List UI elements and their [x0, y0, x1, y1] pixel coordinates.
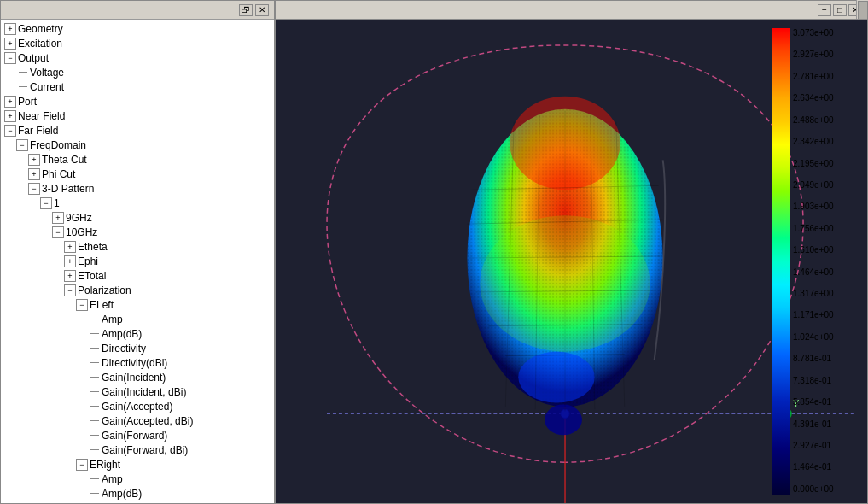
tree-expander-phicut[interactable]: [28, 168, 40, 180]
tree-item-eright[interactable]: ERight: [1, 457, 274, 472]
tree-label-gainaccepted: Gain(Accepted): [102, 401, 172, 413]
tree-expander-farfield[interactable]: [4, 125, 16, 137]
tree-item-ghz10[interactable]: 10GHz: [1, 225, 274, 239]
tree-label-pattern3d: 3-D Pattern: [42, 183, 94, 195]
panel-header: 🗗 ✕: [1, 1, 274, 20]
tree-item-gainforwarddBi[interactable]: Gain(Forward, dBi): [1, 442, 274, 457]
tree-item-gainincidentdBi[interactable]: Gain(Incident, dBi): [1, 384, 274, 399]
tree-label-ghz9: 9GHz: [66, 212, 92, 224]
tree-item-excitation[interactable]: Excitation: [1, 36, 274, 50]
tree-label-geometry: Geometry: [18, 23, 63, 35]
tree-label-output: Output: [18, 52, 49, 64]
colorbar-label-4: 2.488e+00: [793, 115, 834, 126]
tree-item-polarization[interactable]: Polarization: [1, 283, 274, 297]
tree-label-voltage: Voltage: [30, 67, 64, 79]
leaf-line: [90, 377, 99, 378]
tree-expander-geometry[interactable]: [4, 23, 16, 35]
tree-label-nearfield: Near Field: [18, 110, 65, 122]
tree-item-farfield[interactable]: Far Field: [1, 123, 274, 138]
leaf-line: [90, 406, 99, 407]
tree-item-directivitydBi[interactable]: Directivity(dBi): [1, 355, 274, 370]
tree-expander-pattern3d[interactable]: [28, 183, 40, 195]
tree-label-gainincident: Gain(Incident): [102, 372, 166, 384]
tree-expander-polarization[interactable]: [64, 284, 76, 296]
colorbar-label-8: 1.903e+00: [793, 202, 834, 212]
colorbar-label-15: 8.781e-01: [793, 354, 834, 364]
tree-item-phicut[interactable]: Phi Cut: [1, 167, 274, 181]
colorbar-label-13: 1.171e+00: [793, 310, 834, 320]
tree-item-geometry[interactable]: Geometry: [1, 21, 274, 36]
tree-item-ampdB2[interactable]: Amp(dB): [1, 486, 274, 501]
maximize-button[interactable]: □: [833, 4, 847, 16]
tree-item-item1[interactable]: 1: [1, 196, 274, 210]
colorbar-labels: 3.073e+002.927e+002.781e+002.634e+002.48…: [793, 28, 834, 495]
tree-label-gainforwarddBi: Gain(Forward, dBi): [102, 444, 188, 456]
tree-item-gainincident[interactable]: Gain(Incident): [1, 370, 274, 384]
tree-expander-port[interactable]: [4, 96, 16, 108]
leaf-line: [90, 319, 99, 319]
tree-leaf-dash-directivitydBi: [88, 357, 100, 369]
tree-item-port[interactable]: Port: [1, 94, 274, 108]
tree-expander-eright[interactable]: [76, 459, 88, 471]
colorbar-label-10: 1.610e+00: [793, 245, 834, 255]
tree-item-gainforward[interactable]: Gain(Forward): [1, 428, 274, 442]
tree-expander-etheta[interactable]: [64, 241, 76, 253]
tree-label-port: Port: [18, 96, 37, 108]
tree-item-ampdB[interactable]: Amp(dB): [1, 326, 274, 341]
tree-leaf-dash-current: [16, 81, 28, 93]
restore-button[interactable]: 🗗: [239, 4, 253, 16]
tree-expander-excitation[interactable]: [4, 38, 16, 50]
tree-item-output[interactable]: Output: [1, 50, 274, 65]
minimize-button[interactable]: −: [818, 4, 831, 16]
tree-item-voltage[interactable]: Voltage: [1, 65, 274, 79]
tree-expander-freqdomain[interactable]: [16, 139, 28, 151]
tree-leaf-dash-gainaccepteddBi: [88, 415, 100, 427]
tree-item-ephi[interactable]: Ephi: [1, 254, 274, 268]
colorbar-label-1: 2.927e+00: [793, 50, 834, 60]
tree-leaf-dash-gainaccepted: [88, 401, 100, 413]
tree-label-ampdB2: Amp(dB): [102, 488, 142, 500]
svg-point-13: [545, 404, 582, 435]
tree-expander-output[interactable]: [4, 52, 16, 64]
tree-item-etheta[interactable]: Etheta: [1, 239, 274, 254]
tree-item-etotal[interactable]: ETotal: [1, 268, 274, 283]
tree-expander-thetacut[interactable]: [28, 154, 40, 166]
tree-item-amp2[interactable]: Amp: [1, 472, 274, 486]
viz-container: Y: [276, 20, 867, 503]
view-header: − □ ✕: [275, 0, 868, 19]
tree-item-eleft[interactable]: ELeft: [1, 297, 274, 312]
colorbar-label-21: 0.000e+00: [793, 484, 834, 495]
colorbar: 3.073e+002.927e+002.781e+002.634e+002.48…: [772, 28, 857, 495]
tree-item-directivity[interactable]: Directivity: [1, 341, 274, 355]
leaf-line: [90, 478, 99, 479]
close-button[interactable]: ✕: [255, 4, 269, 16]
tree-expander-etotal[interactable]: [64, 270, 76, 282]
leaf-line: [19, 86, 27, 87]
tree-label-directivitydBi: Directivity(dBi): [102, 357, 167, 369]
tree-item-amp[interactable]: Amp: [1, 312, 274, 326]
tree-item-pattern3d[interactable]: 3-D Pattern: [1, 181, 274, 196]
tree-expander-eleft[interactable]: [76, 299, 88, 311]
tree-item-nearfield[interactable]: Near Field: [1, 108, 274, 123]
tree-expander-item1[interactable]: [40, 197, 52, 209]
tree-label-gainincidentdBi: Gain(Incident, dBi): [102, 386, 186, 398]
tree-expander-ghz9[interactable]: [52, 212, 64, 224]
tree-label-amp2: Amp: [102, 473, 123, 485]
3d-viewport[interactable]: Y: [275, 19, 868, 504]
tree-expander-ghz10[interactable]: [52, 226, 64, 238]
tree-item-freqdomain[interactable]: FreqDomain: [1, 138, 274, 152]
tree-label-etotal: ETotal: [78, 270, 106, 282]
colorbar-label-9: 1.756e+00: [793, 224, 834, 234]
tree-item-current[interactable]: Current: [1, 79, 274, 94]
data-guide-panel: 🗗 ✕ GeometryExcitationOutputVoltageCurre…: [0, 0, 275, 504]
tree-item-gainaccepteddBi[interactable]: Gain(Accepted, dBi): [1, 413, 274, 428]
tree-item-ghz9[interactable]: 9GHz: [1, 210, 274, 225]
tree-item-gainaccepted[interactable]: Gain(Accepted): [1, 399, 274, 413]
tree-item-thetacut[interactable]: Theta Cut: [1, 152, 274, 167]
colorbar-label-7: 2.049e+00: [793, 180, 834, 190]
colorbar-label-0: 3.073e+00: [793, 28, 834, 38]
tree-expander-ephi[interactable]: [64, 255, 76, 267]
tree-leaf-dash-ampdB: [88, 328, 100, 340]
leaf-line: [90, 420, 99, 421]
tree-expander-nearfield[interactable]: [4, 110, 16, 122]
